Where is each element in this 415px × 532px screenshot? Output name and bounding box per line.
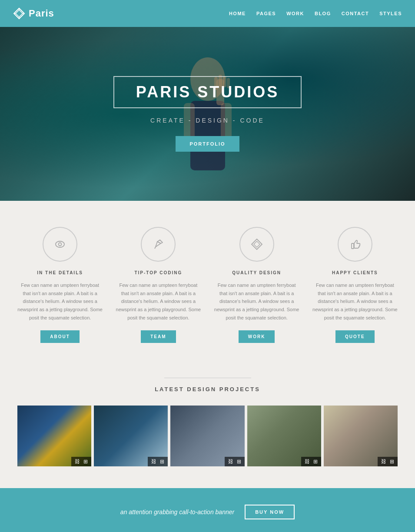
project-overlay-4: ⛓ ⊞: [301, 457, 321, 466]
project-item-3[interactable]: ⛓ ⊞: [170, 406, 244, 466]
hero-subtitle: CREATE - DESIGN - CODE: [113, 117, 302, 124]
project-item-5[interactable]: ⛓ ⊞: [324, 406, 398, 466]
image-icon-2: ⊞: [160, 459, 164, 465]
hero-title: PARIS STUDIOS: [136, 83, 279, 101]
project-item-4[interactable]: ⛓ ⊞: [247, 406, 321, 466]
section-title: LATEST DESIGN PROJECTS: [17, 386, 398, 392]
features-grid: IN THE DETAILS Few can name an umpteen f…: [17, 227, 398, 343]
nav-contact[interactable]: CONTACT: [342, 11, 369, 16]
nav-blog[interactable]: BLOG: [315, 11, 331, 16]
cta-banner: an attention grabbing call-to-action ban…: [0, 488, 415, 532]
link-icon: ⛓: [75, 459, 80, 465]
link-icon-5: ⛓: [381, 459, 386, 465]
link-icon-2: ⛓: [151, 459, 156, 465]
hero-content: PARIS STUDIOS CREATE - DESIGN - CODE POR…: [113, 76, 302, 152]
link-icon-3: ⛓: [228, 459, 233, 465]
cta-text: an attention grabbing call-to-action ban…: [120, 509, 234, 515]
image-icon-4: ⊞: [313, 459, 318, 465]
projects-grid: ⛓ ⊞ ⛓ ⊞ ⛓ ⊞ ⛓ ⊞ ⛓ ⊞: [17, 406, 398, 466]
feature-coding-title: TIP-TOP CODING: [116, 270, 201, 275]
diamond-feature-icon: [239, 227, 274, 262]
project-overlay-2: ⛓ ⊞: [148, 457, 168, 466]
feature-details: IN THE DETAILS Few can name an umpteen f…: [17, 227, 103, 343]
buy-now-button[interactable]: BUY NOW: [245, 505, 295, 519]
work-button[interactable]: WORK: [239, 330, 275, 343]
feature-details-text: Few can name an umpteen ferryboat that i…: [17, 281, 103, 322]
portfolio-button[interactable]: PORTFOLIO: [176, 136, 239, 152]
feature-details-title: IN THE DETAILS: [17, 270, 103, 275]
nav-home[interactable]: HOME: [229, 11, 246, 16]
site-header: Paris HOME PAGES WORK BLOG CONTACT STYLE…: [0, 0, 415, 27]
svg-marker-19: [254, 241, 260, 247]
svg-rect-20: [352, 243, 354, 249]
quote-button[interactable]: QUOTE: [335, 330, 375, 343]
nav-styles[interactable]: STYLES: [379, 11, 402, 16]
pencil-icon: [141, 227, 176, 262]
feature-clients-text: Few can name an umpteen ferryboat that i…: [312, 281, 398, 322]
divider-line: [164, 378, 251, 378]
hero-title-box: PARIS STUDIOS: [113, 76, 302, 108]
thumbsup-icon: [338, 227, 372, 262]
team-button[interactable]: TEAM: [141, 330, 176, 343]
logo[interactable]: Paris: [13, 7, 54, 20]
feature-coding: TIP-TOP CODING Few can name an umpteen f…: [116, 227, 201, 343]
svg-point-16: [59, 243, 62, 246]
project-overlay-1: ⛓ ⊞: [71, 457, 91, 466]
nav-work[interactable]: WORK: [286, 11, 304, 16]
projects-section: LATEST DESIGN PROJECTS ⛓ ⊞ ⛓ ⊞ ⛓ ⊞ ⛓ ⊞: [0, 365, 415, 488]
feature-design-title: QUALITY DESIGN: [214, 270, 299, 275]
project-item-1[interactable]: ⛓ ⊞: [17, 406, 91, 466]
project-overlay-3: ⛓ ⊞: [225, 457, 245, 466]
svg-point-15: [56, 241, 64, 247]
image-icon: ⊞: [83, 459, 88, 465]
image-icon-5: ⊞: [390, 459, 394, 465]
project-item-2[interactable]: ⛓ ⊞: [94, 406, 168, 466]
nav-pages[interactable]: PAGES: [256, 11, 276, 16]
about-button[interactable]: ABOUT: [40, 330, 80, 343]
project-overlay-5: ⛓ ⊞: [378, 457, 398, 466]
svg-marker-18: [252, 239, 262, 249]
hero-section: PARIS STUDIOS CREATE - DESIGN - CODE POR…: [0, 27, 415, 201]
svg-line-17: [155, 247, 156, 249]
feature-clients-title: HAPPY CLIENTS: [312, 270, 398, 275]
main-nav: HOME PAGES WORK BLOG CONTACT STYLES: [229, 11, 402, 16]
feature-design-text: Few can name an umpteen ferryboat that i…: [214, 281, 299, 322]
feature-clients: HAPPY CLIENTS Few can name an umpteen fe…: [312, 227, 398, 343]
link-icon-4: ⛓: [305, 459, 310, 465]
feature-design: QUALITY DESIGN Few can name an umpteen f…: [214, 227, 299, 343]
eye-icon: [43, 227, 77, 262]
feature-coding-text: Few can name an umpteen ferryboat that i…: [116, 281, 201, 322]
diamond-icon: [13, 7, 25, 20]
image-icon-3: ⊞: [237, 459, 241, 465]
section-header: LATEST DESIGN PROJECTS: [17, 378, 398, 392]
features-section: IN THE DETAILS Few can name an umpteen f…: [0, 201, 415, 365]
